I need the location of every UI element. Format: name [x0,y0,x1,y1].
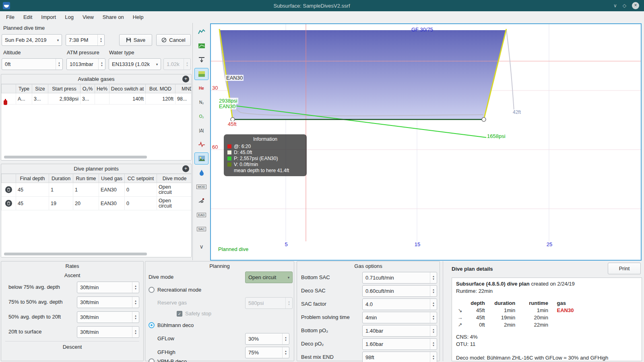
rate-row-spinbox[interactable]: 30ft/min ▲▼ [77,296,139,308]
mean-depth-icon[interactable]: |Δ| [194,124,208,136]
points-hscrollbar[interactable] [4,253,147,255]
heartrate-icon[interactable] [194,138,208,150]
spin-arrows-icon[interactable]: ▲▼ [430,352,437,362]
spin-arrows-icon[interactable]: ▲▼ [282,333,289,344]
best-mix-end-spinbox[interactable]: 98ft ▲▼ [362,352,437,362]
swatch-pressure [227,156,231,160]
menu-log[interactable]: Log [60,12,78,22]
spin-arrows-icon[interactable]: ▲▼ [132,327,139,337]
start-gas-label: EAN30 [218,103,236,109]
recreational-mode-radio[interactable] [149,287,155,293]
calc-ceiling-3m-icon[interactable] [194,68,208,80]
gfhigh-spinbox[interactable]: 75% ▲▼ [245,347,289,358]
add-cylinder-button[interactable]: + [182,76,189,82]
diver-icon[interactable] [194,195,208,207]
plan-segment-row: ↗ 0ft 2min 22min [456,321,638,329]
planner-point-row[interactable]: 45 19 20 EAN30 0 Open circuit [2,197,192,210]
minimize-icon[interactable]: ∨ [613,2,617,9]
bottom-po2-spinbox[interactable]: 1.40bar ▲▼ [362,325,437,337]
safety-stop-checkbox[interactable]: ✓ [177,311,182,317]
dive-date-combobox[interactable]: Sun Feb 24, 2019 ▾ [2,34,62,46]
problem-solving-time-spinbox[interactable]: 4min ▲▼ [362,312,437,323]
dive-mode-combobox[interactable]: Open circuit ▾ [245,272,293,283]
toolbar-scroll-down-icon[interactable]: ∨ [194,241,208,253]
rates-group: Rates Ascent below 75% avg. depth 30ft/m… [1,261,144,361]
po2-graph-icon[interactable] [194,26,208,38]
delete-point-icon[interactable] [5,200,12,207]
menu-share-on[interactable]: Share on [98,12,128,22]
maximize-icon[interactable]: ◇ [623,2,626,9]
sac-icon[interactable]: SAC [194,223,208,235]
planner-point-row[interactable]: 45 1 1 EAN30 0 Open circuit [2,183,192,197]
available-gases-table[interactable]: Type Size Start press O₂% He% Deco switc… [1,84,191,105]
atm-pressure-spinbox[interactable]: 1013mbar ▲▼ [66,58,105,70]
spin-arrows-icon[interactable]: ▲▼ [430,339,437,350]
descent-title: Descent [1,344,143,350]
save-button[interactable]: Save [119,34,152,46]
add-point-button[interactable]: + [182,165,189,172]
spin-arrows-icon[interactable]: ▲▼ [132,282,139,293]
rate-row-spinbox[interactable]: 30ft/min ▲▼ [77,326,139,338]
profile-handle-right[interactable] [482,117,486,121]
gas-row[interactable]: A... 3... 2,938psi 3... 140ft 120ft 98..… [2,93,192,105]
spin-arrows-icon[interactable]: ▲▼ [430,299,437,310]
close-icon[interactable]: × [632,2,639,9]
spin-arrows-icon[interactable]: ▲▼ [98,59,105,70]
spin-arrows-icon[interactable]: ▲▼ [132,312,139,323]
sac-factor-spinbox[interactable]: 4.0 ▲▼ [362,298,437,310]
delete-point-icon[interactable] [5,186,12,193]
safety-stop-label: Safety stop [185,311,211,317]
bottom-sac-spinbox[interactable]: 0.71cuft/min ▲▼ [362,272,437,284]
time-tick-25: 25 [545,241,554,247]
menu-view[interactable]: View [78,12,98,22]
vpmb-deco-radio[interactable] [149,358,155,362]
rate-row-spinbox[interactable]: 30ft/min ▲▼ [77,311,139,323]
rate-row-spinbox[interactable]: 30ft/min ▲▼ [77,282,139,293]
cancel-button[interactable]: Cancel [156,34,191,46]
gflow-spinbox[interactable]: 30% ▲▼ [245,333,289,345]
gas-option-label: Bottom pO₂ [301,327,328,333]
ead-icon[interactable]: EAD [194,209,208,221]
print-button[interactable]: Print [608,263,641,274]
planner-points-table[interactable]: Final depth Duration Run time Used gas C… [1,174,191,210]
water-type-combobox[interactable]: EN13319 (1.02k ▾ [109,58,161,70]
buhlmann-deco-radio[interactable] [149,322,155,328]
deco-po2-spinbox[interactable]: 1.60bar ▲▼ [362,338,437,350]
spin-arrows-icon[interactable]: ▲▼ [430,312,437,323]
gas-options-group: Gas options Bottom SAC 0.71cuft/min ▲▼ D… [297,261,440,361]
menu-import[interactable]: Import [37,12,60,22]
spin-arrows-icon[interactable]: ▲▼ [97,35,104,45]
mod-icon[interactable]: MOD [194,181,208,193]
dive-time-spinbox[interactable]: 7:38 PM ▲▼ [66,34,105,46]
swatch-velocity [227,162,231,167]
menu-help[interactable]: Help [128,12,148,22]
spin-arrows-icon[interactable]: ▲▼ [282,347,289,358]
dive-profile-canvas[interactable]: GF 30/75 30 60 5 15 25 Planned dive EAN3… [210,23,642,261]
info-box-icon[interactable] [194,152,208,165]
n2-partial-pressure-icon[interactable]: N₂ [194,96,208,108]
spin-arrows-icon[interactable]: ▲▼ [132,297,139,308]
spin-arrows-icon[interactable]: ▲▼ [430,272,437,283]
rate-row-label: 20ft to surface [8,329,41,335]
salinity-icon[interactable] [194,167,208,179]
he-partial-pressure-icon[interactable]: He [194,82,208,94]
pn2-graph-icon[interactable] [194,40,208,52]
plan-runtime: Runtime: 22min [456,288,638,295]
gases-hscrollbar[interactable] [4,156,147,158]
ceiling-icon[interactable] [194,54,208,66]
spin-arrows-icon[interactable]: ▲▼ [430,286,437,296]
gas-segment-label: EAN30 [225,75,244,81]
altitude-spinbox[interactable]: 0ft ▲▼ [2,58,63,70]
deco-sac-spinbox[interactable]: 0.60cuft/min ▲▼ [362,285,437,297]
spin-arrows-icon[interactable]: ▲▼ [430,325,437,336]
details-splitter[interactable] [443,261,443,361]
o2-partial-pressure-icon[interactable]: O₂ [194,110,208,122]
dive-planner-points-title: Dive planner points [1,164,191,173]
descend-arrow-icon: ↘ [456,307,464,314]
profile-infobox[interactable]: Information @: 6:20 D: 45.0ft P: 2,557ps… [224,134,307,176]
depth-tick-30: 30 [212,85,218,91]
menu-file[interactable]: File [2,12,19,22]
menu-edit[interactable]: Edit [19,12,37,22]
spin-arrows-icon[interactable]: ▲▼ [56,59,62,70]
panel-splitter[interactable] [192,23,193,260]
